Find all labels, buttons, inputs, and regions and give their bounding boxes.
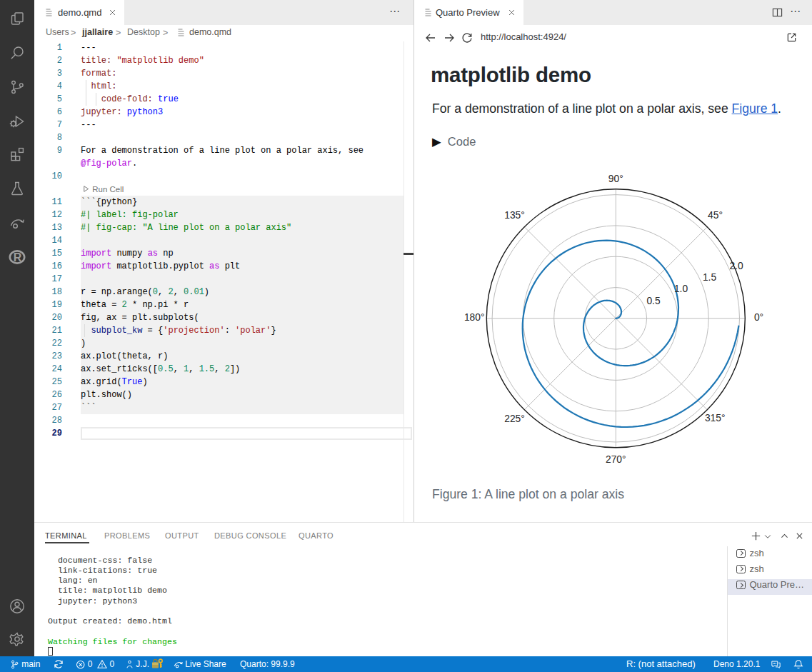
svg-text:45°: 45° <box>708 210 723 221</box>
svg-text:0.5: 0.5 <box>646 296 661 306</box>
svg-text:0°: 0° <box>754 312 763 323</box>
svg-text:315°: 315° <box>705 413 726 423</box>
svg-text:270°: 270° <box>606 454 626 465</box>
svg-text:R: R <box>14 251 22 264</box>
svg-text:1.0: 1.0 <box>674 284 688 294</box>
svg-text:2.0: 2.0 <box>729 261 743 271</box>
svg-text:225°: 225° <box>504 413 525 424</box>
svg-text:1.5: 1.5 <box>703 272 717 283</box>
svg-text:90°: 90° <box>608 174 623 184</box>
svg-text:180°: 180° <box>464 312 485 323</box>
svg-text:135°: 135° <box>504 210 525 221</box>
